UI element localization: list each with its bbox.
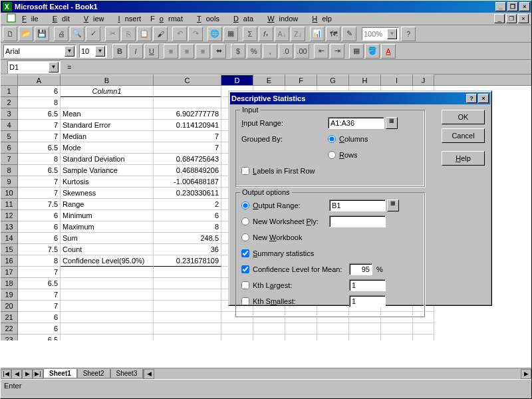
radio-new-worksheet[interactable] [241,217,249,225]
cell[interactable]: 6.5 [18,278,61,289]
col-header-D[interactable]: D [221,74,253,85]
cell[interactable] [349,334,381,340]
cell[interactable]: 6.5 [18,108,61,120]
cell[interactable]: 7.5 [18,199,61,210]
cell[interactable]: Skewness [61,188,154,199]
redo-button[interactable]: ↷ [188,27,203,41]
comma-button[interactable]: , [263,44,277,59]
cell[interactable]: Sum [61,233,154,244]
hyperlink-button[interactable]: 🌐 [207,27,222,41]
row-header-22[interactable]: 22 [1,323,18,334]
row-header-20[interactable]: 20 [1,301,18,312]
cell[interactable]: Minimum [61,210,154,221]
borders-button[interactable]: ▦ [349,44,364,59]
radio-columns[interactable] [328,135,336,143]
cell[interactable] [317,334,349,340]
cell[interactable] [253,334,285,340]
row-header-14[interactable]: 14 [1,233,18,244]
row-header-23[interactable]: 23 [1,334,18,340]
chart-button[interactable]: 📊 [310,27,325,41]
doc-minimize-button[interactable]: _ [494,14,505,23]
prev-sheet-button[interactable]: ◀ [11,369,22,379]
cell[interactable]: 6 [18,86,61,97]
font-color-button[interactable]: A [381,44,396,59]
cell[interactable]: 6.5 [18,334,61,340]
row-header-5[interactable]: 5 [1,131,18,142]
sort-desc-button[interactable]: Z↓ [291,27,305,41]
hscrollbar[interactable]: ◀ ▶ [143,369,531,379]
new-worksheet-field[interactable] [329,215,386,227]
last-sheet-button[interactable]: ▶| [33,369,43,379]
col-header-H[interactable]: H [349,74,381,85]
preview-button[interactable]: 🔍 [70,27,84,41]
cell[interactable]: -1.006488187 [154,176,221,188]
cell[interactable]: Column1 [61,86,154,97]
col-header-J[interactable]: J [413,74,434,85]
zoom-combo[interactable]: 100%▼ [362,27,399,41]
cell[interactable] [154,86,221,97]
cell[interactable]: 2 [154,199,221,210]
cell[interactable] [61,312,154,323]
map-button[interactable]: 🗺 [326,27,340,41]
cell[interactable]: 36 [154,244,221,255]
cell[interactable] [154,267,221,278]
cell[interactable]: 248.5 [154,233,221,244]
cell[interactable] [154,278,221,289]
inc-indent-button[interactable]: ⇥ [330,44,344,59]
radio-output-range[interactable] [241,201,249,209]
percent-button[interactable]: % [247,44,261,59]
align-left-button[interactable]: ≡ [164,44,178,59]
cell[interactable] [221,334,253,340]
align-right-button[interactable]: ≡ [196,44,210,59]
tab-sheet2[interactable]: Sheet2 [77,369,110,378]
cell[interactable]: Kurtosis [61,176,154,188]
inc-decimal-button[interactable]: .0 [279,44,293,59]
menu-insert[interactable]: Insert [109,13,146,24]
cell[interactable] [381,334,413,340]
cell[interactable]: 0.684725643 [154,154,221,165]
cell[interactable]: 0.230330611 [154,188,221,199]
align-center-button[interactable]: ≡ [180,44,194,59]
cell[interactable] [154,334,221,340]
cell[interactable]: 6 [18,323,61,334]
cell[interactable]: 7 [18,188,61,199]
help-button[interactable]: ? [401,27,416,41]
cell[interactable]: 6.902777778 [154,108,221,120]
fill-color-button[interactable]: 🪣 [365,44,380,59]
open-button[interactable]: 📂 [19,27,33,41]
check-labels-first-row[interactable] [241,167,249,175]
row-header-3[interactable]: 3 [1,108,18,120]
row-header-17[interactable]: 17 [1,267,18,278]
name-box[interactable]: D1▼ [7,61,61,74]
row-header-6[interactable]: 6 [1,142,18,154]
cell[interactable]: Range [61,199,154,210]
row-header-13[interactable]: 13 [1,221,18,233]
col-header-G[interactable]: G [317,74,349,85]
cell[interactable]: 6 [18,210,61,221]
cell[interactable]: 8 [18,154,61,165]
cut-button[interactable]: ✂ [105,27,120,41]
cell[interactable]: 7 [18,267,61,278]
radio-new-workbook[interactable] [241,233,249,241]
cell[interactable] [154,301,221,312]
check-kth-largest[interactable] [241,281,249,289]
radio-rows[interactable] [328,151,336,159]
cell[interactable]: Confidence Level(95.0%) [61,255,154,267]
kth-largest-field[interactable] [349,279,386,291]
cell[interactable] [61,289,154,301]
row-header-12[interactable]: 12 [1,210,18,221]
cell[interactable] [61,301,154,312]
menu-help[interactable]: Help [303,13,336,24]
input-range-refedit[interactable]: ▦ [386,117,398,129]
tab-sheet1[interactable]: Sheet1 [43,369,77,378]
dec-decimal-button[interactable]: .00 [295,44,309,59]
col-header-C[interactable]: C [154,74,221,85]
cell[interactable]: 6 [18,312,61,323]
row-header-8[interactable]: 8 [1,165,18,176]
row-header-21[interactable]: 21 [1,312,18,323]
save-button[interactable]: 💾 [35,27,49,41]
cell[interactable]: 7 [18,176,61,188]
row-header-9[interactable]: 9 [1,176,18,188]
col-header-F[interactable]: F [285,74,317,85]
dialog-close-button[interactable]: × [478,94,489,103]
